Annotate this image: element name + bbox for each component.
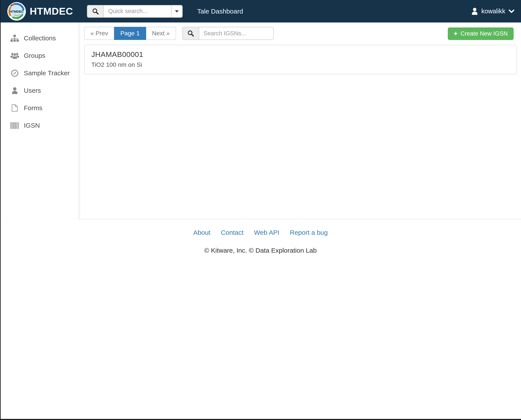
window-frame-left bbox=[0, 0, 1, 420]
top-navbar: HTMDEC HTMDEC Tale Dashboard bbox=[0, 0, 521, 22]
chevron-down-icon bbox=[509, 9, 514, 13]
copyright-text: © Kitware, Inc. © Data Exploration Lab bbox=[0, 247, 521, 254]
sidebar-item-label: Sample Tracker bbox=[24, 69, 70, 77]
caret-down-icon bbox=[175, 10, 179, 13]
create-new-igsn-label: Create New IGSN bbox=[460, 30, 508, 37]
quick-search-group bbox=[87, 5, 183, 18]
user-icon bbox=[471, 8, 478, 15]
sidebar-item-collections[interactable]: Collections bbox=[0, 30, 79, 47]
sidebar-item-label: Users bbox=[24, 87, 41, 94]
current-page-button[interactable]: Page 1 bbox=[114, 27, 146, 40]
search-mode-dropdown-button[interactable] bbox=[171, 5, 183, 18]
brand-title: HTMDEC bbox=[30, 6, 73, 17]
sidebar-item-label: IGSN bbox=[24, 122, 40, 129]
username-label: kowalikk bbox=[481, 8, 505, 15]
prev-page-button[interactable]: « Prev bbox=[84, 27, 115, 40]
sidebar-item-sample-tracker[interactable]: Sample Tracker bbox=[0, 64, 79, 82]
footer-link-contact[interactable]: Contact bbox=[221, 229, 243, 236]
compass-icon bbox=[10, 69, 19, 77]
igsn-list-item[interactable]: JHAMAB00001 TiO2 100 nm on Si bbox=[84, 45, 517, 75]
igsn-toolbar: « Prev Page 1 Next » + Create New IGSN bbox=[84, 27, 517, 40]
sitemap-icon bbox=[10, 35, 19, 42]
footer-link-web-api[interactable]: Web API bbox=[254, 229, 280, 236]
app-window: HTMDEC HTMDEC Tale Dashboard bbox=[0, 0, 521, 420]
main-content: « Prev Page 1 Next » + Create New IGSN bbox=[79, 22, 521, 219]
tale-dashboard-link[interactable]: Tale Dashboard bbox=[197, 8, 243, 15]
footer-link-report-a-bug[interactable]: Report a bug bbox=[290, 229, 328, 236]
htmdec-logo-icon: HTMDEC bbox=[7, 2, 26, 21]
igsn-search-group bbox=[182, 27, 274, 40]
users-icon bbox=[10, 52, 19, 59]
create-new-igsn-button[interactable]: + Create New IGSN bbox=[448, 28, 513, 40]
window-frame-bottom bbox=[0, 419, 521, 420]
sidebar-item-label: Collections bbox=[24, 34, 56, 42]
footer-link-about[interactable]: About bbox=[193, 229, 210, 236]
sidebar-item-groups[interactable]: Groups bbox=[0, 47, 79, 64]
barcode-icon bbox=[10, 122, 19, 129]
search-icon bbox=[87, 5, 103, 18]
sidebar-item-igsn[interactable]: IGSN bbox=[0, 117, 79, 134]
file-icon bbox=[10, 104, 19, 112]
sidebar-item-label: Forms bbox=[24, 104, 42, 112]
sidebar-item-users[interactable]: Users bbox=[0, 82, 79, 99]
user-menu[interactable]: kowalikk bbox=[471, 8, 514, 15]
pagination: « Prev Page 1 Next » bbox=[84, 27, 176, 40]
sidebar: Collections Groups bbox=[0, 22, 79, 219]
brand-home-link[interactable]: HTMDEC HTMDEC bbox=[7, 2, 73, 21]
search-icon bbox=[182, 27, 199, 40]
igsn-id: JHAMAB00001 bbox=[91, 50, 510, 59]
plus-icon: + bbox=[454, 30, 458, 37]
svg-text:HTMDEC: HTMDEC bbox=[10, 10, 23, 13]
igsn-search-input[interactable] bbox=[199, 27, 274, 40]
footer-links: About Contact Web API Report a bug bbox=[0, 229, 521, 236]
sidebar-item-forms[interactable]: Forms bbox=[0, 99, 79, 117]
page-footer: About Contact Web API Report a bug © Kit… bbox=[0, 219, 521, 254]
sidebar-item-label: Groups bbox=[24, 52, 45, 59]
next-page-button[interactable]: Next » bbox=[146, 27, 176, 40]
igsn-description: TiO2 100 nm on Si bbox=[91, 61, 510, 68]
quick-search-input[interactable] bbox=[103, 5, 171, 18]
user-icon bbox=[10, 87, 19, 94]
